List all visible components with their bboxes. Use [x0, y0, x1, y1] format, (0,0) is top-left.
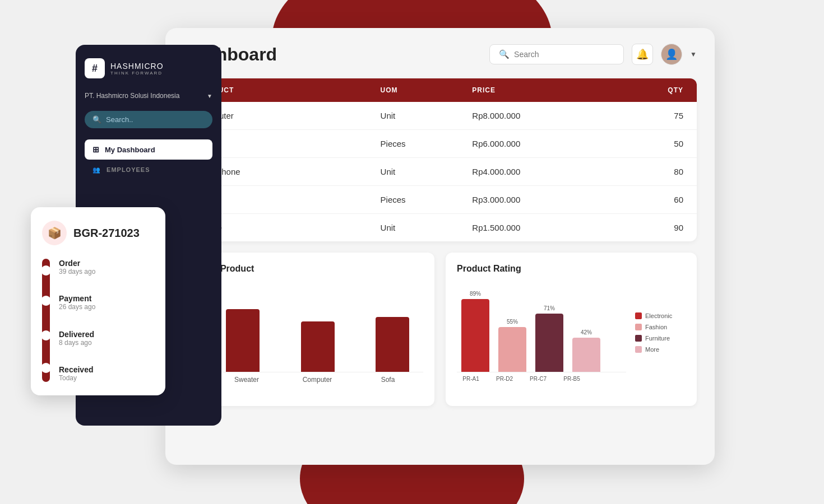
rating-bar-c7-rect	[535, 314, 563, 372]
cell-price: Rp1.500.000	[472, 223, 610, 232]
table-row: Kursi Pieces Rp3.000.000 60	[183, 186, 697, 214]
rating-bar-c7: 71%	[535, 305, 563, 372]
timeline-step-delivered: Delivered 8 days ago	[59, 330, 95, 362]
step-time-order: 39 days ago	[59, 268, 95, 276]
rating-bar-a1: 89%	[461, 291, 489, 372]
chevron-down-icon: ▼	[207, 93, 212, 99]
rating-pct-d2: 55%	[507, 319, 518, 325]
col-product: PRODUCT	[197, 86, 381, 94]
bar-sweater-rect	[226, 309, 260, 372]
user-avatar[interactable]: 👤	[661, 44, 682, 65]
legend-label-fashion: Fashion	[645, 324, 667, 330]
x-label-sweater: Sweater	[211, 376, 282, 384]
cell-product: Computer	[197, 111, 381, 120]
sidebar-section-employees: 👥 EMPLOYEES	[85, 162, 212, 176]
legend-label-furniture: Furniture	[645, 335, 670, 342]
cell-qty: 75	[610, 111, 683, 120]
table-row: Handphone Unit Rp4.000.000 80	[183, 158, 697, 186]
company-name: PT. Hashmicro Solusi Indonesia	[85, 92, 179, 100]
charts-row: Top 3 Product 80 60 40 20 0	[183, 253, 697, 406]
timeline-bar-container	[42, 259, 50, 382]
col-uom: UoM	[381, 86, 473, 94]
timeline-step-received: Received Today	[59, 365, 95, 382]
rating-bar-b5: 42%	[572, 329, 600, 372]
tracker-card: 📦 BGR-271023 Order 39 days ago	[31, 207, 165, 395]
rating-chart-body: 89% 55% 71%	[457, 283, 686, 382]
cell-uom: Unit	[381, 223, 473, 232]
sidebar-item-dashboard[interactable]: ⊞ My Dashboard	[85, 139, 212, 160]
table-row: Sofa Pieces Rp6.000.000 50	[183, 130, 697, 158]
sidebar-item-label-dashboard: My Dashboard	[105, 146, 155, 154]
package-icon: 📦	[48, 226, 62, 240]
main-panel: Dashboard 🔍 🔔 👤 ▼ PRODUCT UoM PRI	[165, 28, 715, 465]
rating-chart-inner: 89% 55% 71%	[457, 283, 626, 372]
timeline-step-order: Order 39 days ago	[59, 259, 95, 291]
x-label-pra1: PR-A1	[457, 376, 485, 382]
cell-uom: Pieces	[381, 139, 473, 148]
logo-brand-light: MICRO	[135, 62, 164, 71]
x-label-prd2: PR-D2	[490, 376, 519, 382]
legend-dot-fashion	[635, 324, 642, 330]
chevron-down-icon[interactable]: ▼	[690, 50, 697, 58]
legend-dot-electronic	[635, 312, 642, 319]
legend-label-more: More	[645, 346, 659, 353]
company-select[interactable]: PT. Hashmicro Solusi Indonesia ▼	[85, 90, 212, 102]
rating-chart-card: Product Rating 89% 55%	[446, 253, 697, 406]
table-row: Mouse Unit Rp1.500.000 90	[183, 214, 697, 241]
bell-icon: 🔔	[636, 48, 649, 60]
notification-button[interactable]: 🔔	[632, 44, 653, 65]
bar-sofa-rect	[376, 317, 409, 372]
bar-chart-inner: 80 60 40 20 0	[195, 283, 423, 372]
cell-price: Rp8.000.000	[472, 111, 610, 120]
avatar-icon: 👤	[665, 48, 678, 60]
legend-dot-more	[635, 346, 642, 353]
bar-sofa	[362, 317, 423, 372]
bar-computer-rect	[301, 321, 335, 372]
rating-pct-a1: 89%	[470, 291, 481, 297]
search-icon: 🔍	[92, 115, 101, 124]
cell-qty: 60	[610, 195, 683, 204]
logo-text: HASHMICRO THINK FORWARD	[110, 62, 164, 76]
tracker-header: 📦 BGR-271023	[42, 221, 154, 245]
legend-dot-furniture	[635, 335, 642, 342]
cell-product: Mouse	[197, 223, 381, 232]
tracker-timeline: Order 39 days ago Payment 26 days ago De…	[42, 259, 154, 382]
search-icon: 🔍	[499, 49, 510, 59]
top3-bar-chart: 80 60 40 20 0	[195, 283, 423, 395]
timeline-dot-1	[41, 265, 51, 276]
search-input[interactable]	[514, 50, 614, 59]
rating-x-labels: PR-A1 PR-D2 PR-C7 PR-B5	[457, 376, 626, 382]
bar-computer	[287, 321, 349, 372]
rating-bar-d2: 55%	[498, 319, 526, 372]
timeline-step-payment: Payment 26 days ago	[59, 294, 95, 326]
x-label-prc7: PR-C7	[524, 376, 552, 382]
step-name-received: Received	[59, 365, 95, 374]
cell-uom: Unit	[381, 167, 473, 176]
timeline-bar	[42, 259, 50, 382]
timeline-dot-4	[41, 363, 51, 373]
header-right: 🔍 🔔 👤 ▼	[489, 44, 697, 65]
rating-bar-a1-rect	[461, 299, 489, 372]
legend-label-electronic: Electronic	[645, 312, 672, 319]
cell-price: Rp4.000.000	[472, 167, 610, 176]
x-label-prb5: PR-B5	[558, 376, 586, 382]
rating-bars-area: 89% 55% 71%	[457, 283, 626, 382]
sidebar-search-bar[interactable]: 🔍	[85, 111, 212, 128]
users-icon: 👥	[92, 166, 101, 173]
sidebar-search-input[interactable]	[106, 115, 205, 124]
timeline-dot-3	[41, 330, 51, 340]
logo-area: # HASHMICRO THINK FORWARD	[85, 58, 212, 78]
scene: # HASHMICRO THINK FORWARD PT. Hashmicro …	[76, 28, 748, 476]
search-bar[interactable]: 🔍	[489, 44, 624, 64]
x-label-sofa: Sofa	[353, 376, 423, 384]
cell-product: Kursi	[197, 195, 381, 204]
rating-chart-title: Product Rating	[457, 264, 686, 274]
logo-brand: HASHMICRO	[110, 62, 164, 71]
tracker-id: BGR-271023	[73, 227, 140, 240]
cell-qty: 90	[610, 223, 683, 232]
col-qty: QTY	[610, 86, 683, 94]
rating-pct-c7: 71%	[544, 305, 555, 311]
legend-item-furniture: Furniture	[635, 335, 686, 342]
logo-tagline: THINK FORWARD	[110, 71, 164, 76]
rating-legend: Electronic Fashion Furniture More	[635, 283, 686, 382]
